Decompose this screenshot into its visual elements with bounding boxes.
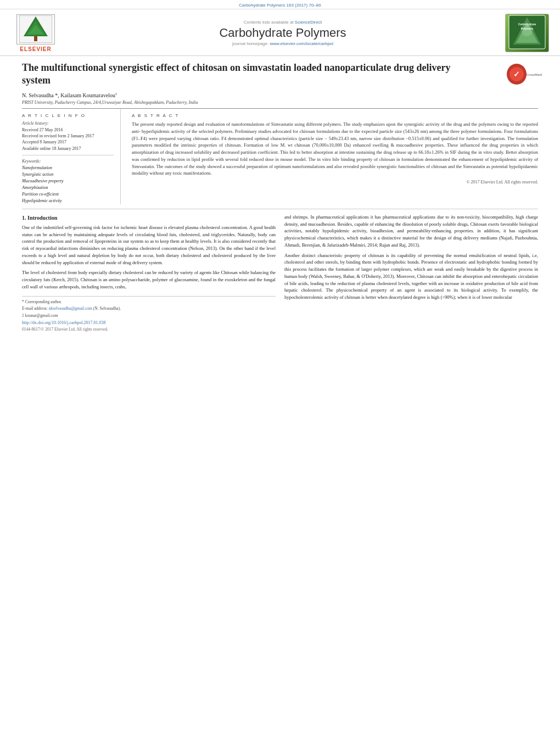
footnote-section: * Corresponding author. E-mail address: … xyxy=(22,296,276,333)
author-sup: 1 xyxy=(115,92,117,96)
keyword-item: Hypolipidemic activity xyxy=(22,198,114,204)
homepage-line: journal homepage: www.elsevier.com/locat… xyxy=(71,41,494,46)
journal-center: Contents lists available at ScienceDirec… xyxy=(60,20,505,46)
journal-logo-right: Carbohydrate Polymers xyxy=(505,14,549,52)
email-line: E-mail address: nkselvasudha@gmail.com (… xyxy=(22,306,276,312)
two-col-section: A R T I C L E I N F O Article history: R… xyxy=(22,108,538,204)
left-paragraph: One of the indentified self-governing ri… xyxy=(22,224,276,266)
keyword-item: Nanoformulation xyxy=(22,165,114,171)
article-info-heading: A R T I C L E I N F O xyxy=(22,113,114,118)
main-content: 1. Introduction One of the indentified s… xyxy=(22,214,538,334)
email-link[interactable]: nkselvasudha@gmail.com xyxy=(49,306,92,311)
right-col: and shrimps. In pharmaceutical applicati… xyxy=(284,214,538,334)
history-heading: Article history: xyxy=(22,121,114,126)
article-body: The multifunctional synergistic effect o… xyxy=(0,56,560,339)
svg-text:✓: ✓ xyxy=(513,70,520,79)
email-label-text: E-mail address: xyxy=(22,306,48,311)
available-date: Available online 18 January 2017 xyxy=(22,146,114,152)
affiliation-line: PRIST University, Puducherry Campus, 24/… xyxy=(22,100,538,105)
journal-logo-text: Carbohydrate Polymers xyxy=(508,14,546,51)
journal-logo-icon: Carbohydrate Polymers xyxy=(508,14,546,50)
right-paragraph: and shrimps. In pharmaceutical applicati… xyxy=(284,214,538,249)
authors-line: N. Selvasudha *, Kailasam Koumaravelou1 xyxy=(22,92,538,98)
elsevier-logo: ELSEVIER xyxy=(11,14,60,52)
sciencedirect-line: Contents lists available at ScienceDirec… xyxy=(71,20,494,25)
keywords-heading: Keywords: xyxy=(22,159,114,164)
received-date: Received 27 May 2016 xyxy=(22,127,114,133)
received-revised-date: Received in revised form 2 January 2017 xyxy=(22,133,114,139)
crossmark-logo: ✓ CrossMark xyxy=(511,62,538,86)
keyword-item: Amorphization xyxy=(22,185,114,191)
copyright-line: © 2017 Elsevier Ltd. All rights reserved… xyxy=(132,180,538,185)
right-paragraph: Another distinct characteristic property… xyxy=(284,252,538,301)
keywords-list: NanoformulationSynergistic actionMucoadh… xyxy=(22,165,114,204)
keyword-item: Synergistic action xyxy=(22,171,114,178)
journal-title: Carbohydrate Polymers xyxy=(71,26,494,40)
email-name: (N. Selvasudha). xyxy=(93,306,121,311)
crossmark-label: CrossMark xyxy=(527,73,542,76)
left-paragraph: The level of cholesterol from body espec… xyxy=(22,269,276,290)
left-col: 1. Introduction One of the indentified s… xyxy=(22,214,276,334)
article-title-section: The multifunctional synergistic effect o… xyxy=(22,62,538,87)
journal-citation: Carbohydrate Polymers 163 (2017) 70–80 xyxy=(239,3,321,8)
homepage-link[interactable]: www.elsevier.com/locate/carbpol xyxy=(270,41,333,46)
elsevier-tree-icon xyxy=(19,15,52,43)
abstract-heading: A B S T R A C T xyxy=(132,113,538,118)
crossmark-svg: ✓ xyxy=(507,64,527,84)
article-info-col: A R T I C L E I N F O Article history: R… xyxy=(22,109,121,204)
svg-text:Polymers: Polymers xyxy=(521,27,534,30)
accepted-date: Accepted 8 January 2017 xyxy=(22,139,114,145)
footnote-1: 1 kounar@gmail.com xyxy=(22,313,276,319)
intro-title: 1. Introduction xyxy=(22,214,276,222)
journal-header: ELSEVIER Contents lists available at Sci… xyxy=(0,9,560,56)
keyword-item: Partition co-efficient xyxy=(22,191,114,198)
corresponding-author-label: * Corresponding author. xyxy=(22,299,276,305)
keyword-item: Mucoadhesive property xyxy=(22,178,114,185)
intro-left-paragraphs: One of the indentified self-governing ri… xyxy=(22,224,276,291)
doi-line: http://dx.doi.org/10.1016/j.carbpol.2017… xyxy=(22,320,276,326)
elsevier-wordmark: ELSEVIER xyxy=(20,46,51,52)
elsevier-logo-image xyxy=(16,14,55,44)
article-title: The multifunctional synergistic effect o… xyxy=(22,62,472,87)
abstract-text: The present study reported design and ev… xyxy=(132,121,538,177)
intro-right-paragraphs: and shrimps. In pharmaceutical applicati… xyxy=(284,214,538,301)
issn-line: 0144-8617/© 2017 Elsevier Ltd. All right… xyxy=(22,327,276,333)
divider-1 xyxy=(22,209,538,209)
page: Carbohydrate Polymers 163 (2017) 70–80 E… xyxy=(0,0,560,742)
sciencedirect-link[interactable]: ScienceDirect xyxy=(295,20,322,25)
crossmark-icon: ✓ xyxy=(507,64,527,85)
abstract-col: A B S T R A C T The present study report… xyxy=(132,109,538,204)
svg-text:Carbohydrate: Carbohydrate xyxy=(518,23,536,26)
